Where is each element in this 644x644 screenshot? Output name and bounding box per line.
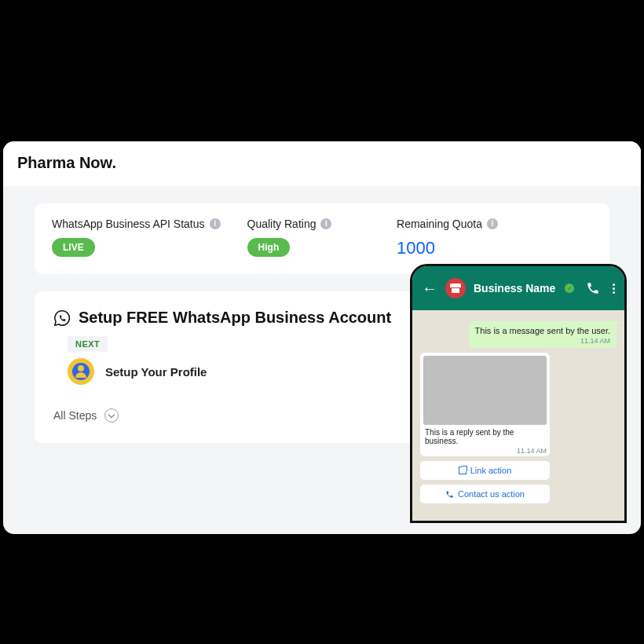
- back-icon[interactable]: ←: [422, 280, 437, 298]
- dashboard-header: Pharma Now.: [3, 141, 641, 186]
- whatsapp-icon: [53, 309, 71, 327]
- info-icon[interactable]: i: [487, 218, 498, 229]
- chat-area: This is a message sent by the user. 11.1…: [412, 310, 624, 503]
- next-tag: NEXT: [68, 336, 108, 352]
- chat-header: ← Business Name ✓: [412, 266, 624, 310]
- business-avatar[interactable]: [445, 278, 466, 298]
- contact-action-label: Contact us action: [458, 489, 525, 499]
- api-status-label: WhatsApp Business API Status: [52, 218, 205, 230]
- quota-value: 1000: [397, 238, 498, 258]
- link-action-button[interactable]: Link action: [420, 461, 550, 480]
- all-steps-label: All Steps: [53, 409, 97, 422]
- quota-col: Remaining Quota i 1000: [397, 218, 592, 258]
- profile-icon: [68, 358, 94, 385]
- phone-icon: [445, 490, 454, 499]
- info-icon[interactable]: i: [210, 218, 221, 229]
- call-icon[interactable]: [586, 281, 600, 295]
- link-action-label: Link action: [470, 466, 512, 475]
- business-name[interactable]: Business Name: [474, 282, 555, 295]
- api-status-badge: LIVE: [52, 238, 95, 257]
- business-message-time: 11.14 AM: [423, 447, 547, 455]
- store-icon: [450, 284, 461, 293]
- verified-icon: ✓: [565, 284, 574, 293]
- phone-preview: ← Business Name ✓ This is a message sent…: [410, 264, 627, 523]
- setup-title: Setup FREE WhatsApp Business Account: [79, 309, 391, 327]
- business-message-text: This is a reply sent by the business.: [423, 425, 547, 445]
- message-image-placeholder: [423, 356, 547, 425]
- user-message-bubble: This is a message sent by the user. 11.1…: [469, 321, 617, 348]
- contact-action-button[interactable]: Contact us action: [420, 485, 550, 503]
- business-message-bubble: This is a reply sent by the business. 11…: [420, 353, 550, 456]
- user-message-text: This is a message sent by the user.: [475, 326, 610, 335]
- external-link-icon: [459, 467, 467, 474]
- setup-step-label: Setup Your Profile: [105, 365, 207, 379]
- info-icon[interactable]: i: [320, 218, 331, 229]
- api-status-col: WhatsApp Business API Status i LIVE: [52, 218, 221, 258]
- chevron-down-icon: [104, 408, 119, 423]
- page-title: Pharma Now.: [17, 154, 627, 172]
- quality-col: Quality Rating i High: [247, 218, 332, 258]
- quality-badge: High: [247, 238, 291, 257]
- user-message-time: 11.14 AM: [475, 337, 610, 345]
- quality-label: Quality Rating: [247, 218, 317, 230]
- quota-label: Remaining Quota: [397, 218, 482, 230]
- kebab-icon[interactable]: [613, 284, 615, 294]
